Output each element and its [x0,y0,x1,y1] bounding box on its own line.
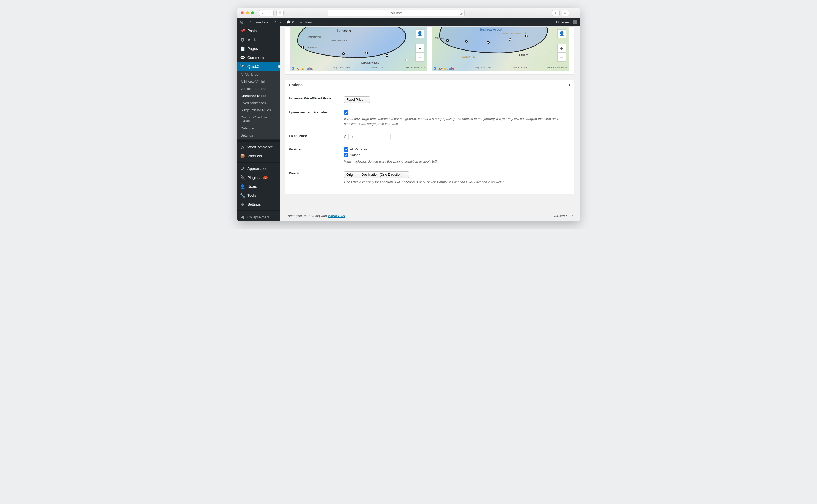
geofence-polygon[interactable] [297,27,406,58]
destination-map[interactable]: Heathrow Airport Stanwell Feltham London… [432,27,569,71]
map-label: Great South-West Rd [503,32,526,35]
cb-label-all: All Vehicles [350,147,367,151]
map-label: FULHAM [307,46,317,49]
sub-settings[interactable]: Settings [237,132,279,139]
wp-adminbar: ⓦ ⌂sandbox ⟳2 💬0 ＋New Hi, admin [237,18,580,26]
zoom-in-button[interactable]: + [416,44,424,53]
polygon-vertex[interactable] [525,35,528,37]
menu-users[interactable]: 👤Users [237,182,279,191]
checkbox-all-vehicles[interactable] [344,147,348,152]
map-label: Feltham [517,53,528,57]
avatar [573,20,578,24]
new-content-link[interactable]: ＋New [297,18,315,26]
refresh-icon[interactable]: ⟳ [460,11,463,17]
admin-menu: 📌Posts 🖼Media 📄Pages 💬Comments 🏁QuickCab… [237,26,279,221]
menu-plugins[interactable]: 🔌Plugins2 [237,173,279,182]
polygon-vertex[interactable] [487,41,490,44]
map-credit-error[interactable]: Report a map error [545,66,568,70]
new-label: New [305,20,312,24]
polygon-vertex[interactable] [509,38,512,41]
wp-logo-icon[interactable]: ⓦ [237,18,247,26]
select-price-type[interactable]: Fixed Price [344,96,370,103]
polygon-vertex[interactable] [301,46,304,48]
sub-calendar[interactable]: Calendar [237,125,279,132]
collapse-panel-icon[interactable]: ▴ [569,83,570,87]
maps-panel: London KENSINGTON WESTMINSTER FULHAM BRI… [285,26,574,75]
menu-posts[interactable]: 📌Posts [237,26,279,35]
wp-footer: Thank you for creating with WordPress. V… [285,209,574,221]
row-vehicle: Vehicle All Vehicles Saloon Which vehicl… [289,144,570,168]
menu-media[interactable]: 🖼Media [237,35,279,44]
menu-settings[interactable]: ⚙Settings [237,200,279,209]
greeting-text: Hi, admin [556,20,571,24]
forward-button[interactable]: › [266,10,274,16]
sidebar-toggle-icon[interactable]: ☰ [276,10,284,16]
checkbox-ignore-surge[interactable] [344,110,348,115]
menu-pages[interactable]: 📄Pages [237,44,279,53]
cb-label-saloon: Saloon [350,153,360,157]
collapse-menu[interactable]: ◀Collapse menu [237,213,279,221]
options-body: Increase Price/Fixed Price Fixed Price I… [285,90,574,194]
minimize-window-icon[interactable] [246,11,249,14]
comments-link[interactable]: 💬0 [284,18,297,26]
sub-surge-pricing-rules[interactable]: Surge Pricing Rules [237,107,279,114]
sub-all-vehicles[interactable]: All Vehicles [237,71,279,78]
media-icon: 🖼 [240,37,245,42]
menu-quickcab[interactable]: 🏁QuickCab [237,62,279,71]
map-credit-terms[interactable]: Terms of Use [510,66,527,70]
map-credit-terms[interactable]: Terms of Use [368,66,385,70]
pegman-icon[interactable]: 👤 [416,29,424,38]
menu-appearance[interactable]: 🖌Appearance [237,164,279,173]
wrench-icon: 🔧 [240,193,245,198]
options-header[interactable]: Options ▴ [285,80,574,90]
menu-woocommerce[interactable]: WWooCommerce [237,143,279,152]
plugins-badge: 2 [263,176,268,179]
polygon-vertex[interactable] [386,54,388,57]
updates-link[interactable]: ⟳2 [271,18,284,26]
footer-wordpress-link[interactable]: WordPress [328,214,345,218]
back-button[interactable]: ‹ [259,10,266,16]
url-bar[interactable]: localhost ⟳ [328,10,465,16]
menu-tools[interactable]: 🔧Tools [237,191,279,200]
browser-window: ‹ › ☰ localhost ⟳ ⇪ ⧉ + ⓦ ⌂sandbox ⟳2 💬0… [237,8,580,221]
sub-fixed-addresses[interactable]: Fixed Addresses [237,99,279,107]
menu-separator [237,140,279,142]
map-label: BRIXTON [342,56,353,59]
polygon-vertex[interactable] [446,39,449,42]
zoom-out-button[interactable]: − [558,53,566,62]
sub-geofence-rules[interactable]: Geofence Rules [237,92,279,99]
select-direction[interactable]: Origin => Destination (One Direction) [344,171,409,178]
zoom-in-button[interactable]: + [558,44,566,53]
zoom-out-button[interactable]: − [416,53,424,62]
options-panel: Options ▴ Increase Price/Fixed Price Fix… [285,80,574,194]
map-label: London [337,29,351,33]
tabs-icon[interactable]: ⧉ [562,10,569,16]
sub-add-new-vehicle[interactable]: Add New Vehicle [237,78,279,85]
site-link[interactable]: ⌂sandbox [247,18,271,26]
pegman-icon[interactable]: 👤 [558,29,566,38]
checkbox-saloon[interactable] [344,153,348,157]
menu-separator [237,210,279,211]
menu-products[interactable]: 📦Products [237,152,279,160]
map-credits: Google Map data ©2019 Terms of Use Repor… [434,66,568,70]
browser-toolbar-right: ⇪ ⧉ + [552,10,577,16]
menu-comments[interactable]: 💬Comments [237,53,279,62]
polygon-vertex[interactable] [405,59,407,61]
updates-count: 2 [279,20,281,24]
map-label: Stanwell [435,37,446,40]
window-controls [240,11,254,14]
row-direction: Direction Origin => Destination (One Dir… [289,168,570,188]
new-tab-icon[interactable]: + [571,10,577,15]
close-window-icon[interactable] [240,11,244,14]
map-credits: Google Map data ©2019 Terms of Use Repor… [292,66,426,70]
origin-map[interactable]: London KENSINGTON WESTMINSTER FULHAM BRI… [290,27,427,71]
share-icon[interactable]: ⇪ [552,10,560,16]
account-greeting[interactable]: Hi, admin [556,20,580,24]
sub-custom-checkout-fields[interactable]: Custom Checkout Fields [237,114,279,125]
map-label: Heathrow Airport [479,28,502,31]
sub-vehicle-features[interactable]: Vehicle Features [237,85,279,92]
map-credit-error[interactable]: Report a map error [403,66,426,70]
page-icon: 📄 [240,46,245,51]
input-fixed-price[interactable] [348,134,390,140]
maximize-window-icon[interactable] [251,11,254,14]
